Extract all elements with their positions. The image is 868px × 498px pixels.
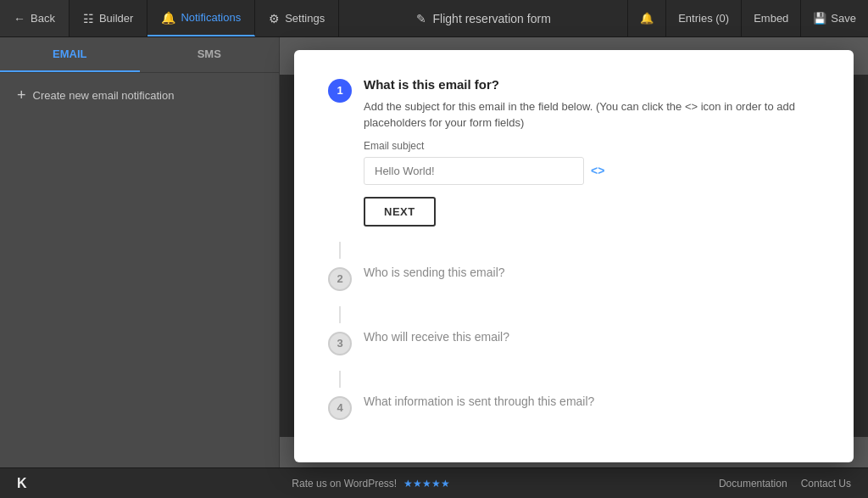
step-3-content: Who will receive this email?	[364, 330, 820, 344]
documentation-link[interactable]: Documentation	[719, 478, 787, 490]
save-button[interactable]: 💾 Save	[800, 0, 868, 37]
bell-icon: 🔔	[161, 11, 175, 25]
top-nav: ← Back ☷ Builder 🔔 Notifications ⚙ Setti…	[0, 0, 868, 37]
step-3-title: Who will receive this email?	[364, 330, 820, 344]
builder-button[interactable]: ☷ Builder	[70, 0, 147, 36]
embed-label: Embed	[754, 12, 788, 25]
step-3-number: 3	[328, 332, 352, 355]
entries-button[interactable]: Entries (0)	[665, 0, 741, 37]
contact-link[interactable]: Contact Us	[801, 478, 851, 490]
footer-center: Rate us on WordPress! ★★★★★	[292, 478, 453, 490]
k-logo: K	[17, 476, 27, 491]
create-email-button[interactable]: + Create new email notification	[0, 73, 279, 118]
step-1-number: 1	[328, 79, 352, 103]
edit-icon: ✎	[416, 12, 426, 25]
rate-text: Rate us on WordPress!	[292, 478, 397, 490]
gear-icon: ⚙	[269, 12, 280, 25]
step-1-title: What is this email for?	[364, 77, 820, 92]
settings-label: Settings	[285, 12, 325, 25]
step-4: 4 What information is sent through this …	[328, 394, 820, 420]
plus-icon: +	[17, 87, 26, 104]
step-1: 1 What is this email for? Add the subjec…	[328, 77, 820, 227]
content-area: EMAIL SMS + Create new email notificatio…	[0, 37, 868, 467]
step-3: 3 Who will receive this email?	[328, 330, 820, 355]
nav-right: 🔔 Entries (0) Embed 💾 Save	[627, 0, 868, 37]
footer-stars[interactable]: ★★★★★	[403, 478, 450, 490]
builder-label: Builder	[99, 12, 133, 25]
email-subject-label: Email subject	[364, 140, 820, 152]
notifications-button[interactable]: 🔔 Notifications	[147, 0, 255, 36]
main-area: You currently do not have any emails con…	[280, 37, 868, 467]
step-4-number: 4	[328, 396, 352, 420]
save-icon: 💾	[813, 12, 826, 25]
save-label: Save	[831, 12, 856, 25]
notifications-label: Notifications	[181, 11, 241, 24]
footer: K Rate us on WordPress! ★★★★★ Documentat…	[0, 467, 868, 498]
step-2: 2 Who is sending this email?	[328, 266, 820, 291]
form-title: Flight reservation form	[433, 12, 551, 25]
entries-label: Entries (0)	[678, 12, 729, 25]
back-icon: ←	[14, 12, 25, 25]
create-email-label: Create new email notification	[33, 89, 175, 102]
bell-button[interactable]: 🔔	[627, 0, 665, 37]
footer-links: Documentation Contact Us	[719, 478, 851, 490]
step-4-content: What information is sent through this em…	[364, 394, 820, 408]
tab-sms[interactable]: SMS	[140, 37, 280, 72]
step-2-number: 2	[328, 267, 352, 291]
sidebar: EMAIL SMS + Create new email notificatio…	[0, 37, 280, 467]
step-divider-3	[339, 371, 341, 388]
email-wizard-modal: 1 What is this email for? Add the subjec…	[294, 50, 854, 462]
embed-button[interactable]: Embed	[741, 0, 800, 37]
step-2-content: Who is sending this email?	[364, 266, 820, 279]
settings-button[interactable]: ⚙ Settings	[255, 0, 339, 36]
email-subject-input[interactable]	[364, 157, 584, 185]
email-subject-row: <>	[364, 157, 820, 185]
step-4-title: What information is sent through this em…	[364, 394, 820, 408]
step-1-description: Add the subject for this email in the fi…	[364, 98, 820, 131]
step-1-content: What is this email for? Add the subject …	[364, 77, 820, 227]
notification-bell-icon: 🔔	[640, 12, 654, 25]
back-label: Back	[31, 12, 55, 25]
step-divider-2	[339, 306, 341, 323]
back-button[interactable]: ← Back	[0, 0, 70, 36]
placeholder-icon[interactable]: <>	[591, 164, 604, 177]
builder-icon: ☷	[83, 12, 94, 25]
footer-left: K	[17, 476, 27, 491]
step-2-title: Who is sending this email?	[364, 266, 820, 279]
next-button[interactable]: NEXT	[364, 197, 436, 227]
step-divider-1	[339, 242, 341, 259]
sidebar-tabs: EMAIL SMS	[0, 37, 279, 73]
modal-overlay: 1 What is this email for? Add the subjec…	[280, 75, 868, 437]
tab-email[interactable]: EMAIL	[0, 37, 140, 72]
form-title-area: ✎ Flight reservation form	[339, 12, 627, 25]
